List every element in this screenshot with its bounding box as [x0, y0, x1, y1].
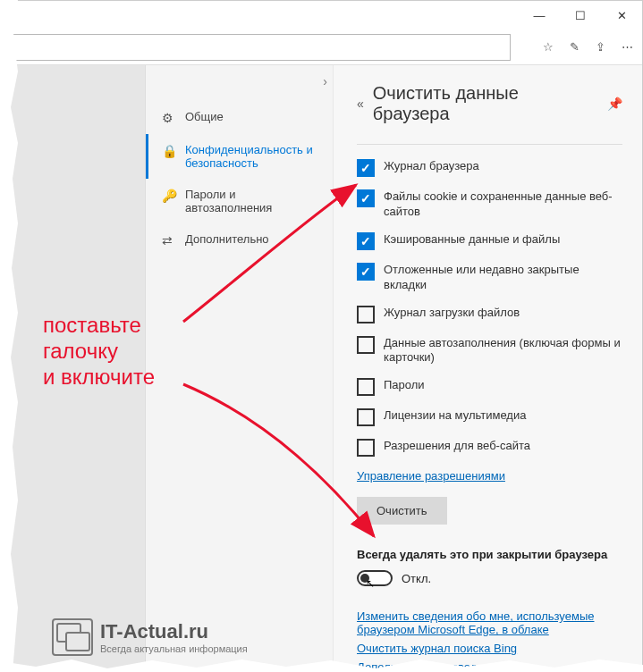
check-row-browsing-history[interactable]: Журнал браузера: [357, 159, 622, 177]
lock-icon: 🔒: [162, 144, 176, 158]
toggle-state-label: Откл.: [402, 572, 431, 585]
close-button[interactable]: ✕: [601, 1, 642, 29]
nav-strip: [1, 65, 146, 671]
toolbar: ☆ ✎ ⇪ ⋯: [1, 29, 642, 65]
key-icon: 🔑: [162, 189, 176, 203]
clear-data-checklist: Журнал браузера Файлы cookie и сохраненн…: [357, 159, 622, 457]
always-clear-title: Всегда удалять это при закрытии браузера: [357, 548, 622, 561]
check-row-autofill[interactable]: Данные автозаполнения (включая формы и к…: [357, 336, 622, 366]
check-label: Разрешения для веб-сайта: [384, 439, 530, 454]
checkbox[interactable]: [357, 189, 375, 207]
sidebar-item-general[interactable]: ⚙ Общие: [146, 101, 333, 134]
check-label: Журнал загрузки файлов: [384, 306, 520, 321]
maximize-button[interactable]: ☐: [560, 1, 601, 29]
toggle-knob: [360, 574, 369, 583]
sidebar-item-advanced[interactable]: ⇄ Дополнительно: [146, 223, 333, 256]
clear-data-panel: « Очистить данные браузера 📌 Журнал брау…: [334, 65, 642, 671]
check-label: Отложенные или недавно закрытые вкладки: [384, 263, 622, 293]
always-clear-toggle[interactable]: ↖: [357, 570, 393, 586]
checkbox[interactable]: [357, 378, 375, 396]
clear-button[interactable]: Очистить: [357, 497, 447, 525]
more-icon[interactable]: ⋯: [622, 40, 633, 54]
checkbox[interactable]: [357, 408, 375, 426]
sidebar-item-privacy[interactable]: 🔒 Конфиденциальность и безопасность: [146, 134, 333, 179]
browser-window: — ☐ ✕ ☆ ✎ ⇪ ⋯ › ⚙ Общие 🔒 Конфиденциальн…: [0, 0, 643, 672]
always-clear-toggle-row: ↖ Откл.: [357, 570, 622, 586]
check-label: Данные автозаполнения (включая формы и к…: [384, 336, 622, 366]
checkbox[interactable]: [357, 336, 375, 354]
minimize-button[interactable]: —: [519, 1, 560, 29]
check-row-cached[interactable]: Кэшированные данные и файлы: [357, 232, 622, 250]
gear-icon: ⚙: [162, 111, 176, 125]
checkbox[interactable]: [357, 263, 375, 281]
divider: [357, 144, 622, 145]
checkbox[interactable]: [357, 439, 375, 457]
sliders-icon: ⇄: [162, 233, 176, 248]
clear-bing-link[interactable]: Очистить журнал поиска Bing: [357, 642, 622, 655]
settings-sidebar: › ⚙ Общие 🔒 Конфиденциальность и безопас…: [146, 65, 334, 671]
check-label: Пароли: [384, 378, 425, 393]
check-label: Журнал браузера: [384, 159, 479, 174]
check-row-site-permissions[interactable]: Разрешения для веб-сайта: [357, 439, 622, 457]
chevron-right-icon[interactable]: ›: [323, 74, 327, 88]
manage-permissions-link[interactable]: Управление разрешениями: [357, 469, 505, 483]
sidebar-item-label: Дополнительно: [185, 232, 269, 246]
content: › ⚙ Общие 🔒 Конфиденциальность и безопас…: [1, 65, 642, 671]
sidebar-item-passwords[interactable]: 🔑 Пароли и автозаполнения: [146, 179, 333, 223]
address-bar[interactable]: [0, 34, 511, 61]
sidebar-item-label: Пароли и автозаполнения: [185, 188, 324, 214]
more-info-link[interactable]: Дополнительные сведения: [357, 660, 622, 671]
check-label: Кэшированные данные и файлы: [384, 232, 560, 248]
pen-icon[interactable]: ✎: [570, 40, 580, 54]
checkbox[interactable]: [357, 306, 375, 323]
check-label: Лицензии на мультимедиа: [384, 408, 526, 424]
favorites-icon[interactable]: ☆: [543, 40, 554, 54]
panel-header: « Очистить данные браузера 📌: [357, 83, 622, 124]
sidebar-item-label: Общие: [185, 110, 224, 123]
pin-icon[interactable]: 📌: [607, 97, 622, 111]
panel-title: Очистить данные браузера: [373, 83, 598, 124]
checkbox[interactable]: [357, 159, 375, 177]
check-row-passwords[interactable]: Пароли: [357, 378, 622, 396]
check-row-cookies[interactable]: Файлы cookie и сохраненные данные веб-са…: [357, 189, 622, 220]
share-icon[interactable]: ⇪: [596, 40, 605, 54]
check-row-tabs[interactable]: Отложенные или недавно закрытые вкладки: [357, 263, 622, 293]
check-row-downloads[interactable]: Журнал загрузки файлов: [357, 306, 622, 323]
checkbox[interactable]: [357, 232, 375, 250]
check-label: Файлы cookie и сохраненные данные веб-са…: [384, 189, 622, 220]
change-info-link[interactable]: Изменить сведения обо мне, используемые …: [357, 609, 622, 636]
titlebar: — ☐ ✕: [1, 1, 642, 29]
sidebar-item-label: Конфиденциальность и безопасность: [185, 143, 324, 170]
bottom-links: Изменить сведения обо мне, используемые …: [357, 609, 622, 671]
check-row-media-licenses[interactable]: Лицензии на мультимедиа: [357, 408, 622, 426]
back-button[interactable]: «: [357, 97, 364, 111]
